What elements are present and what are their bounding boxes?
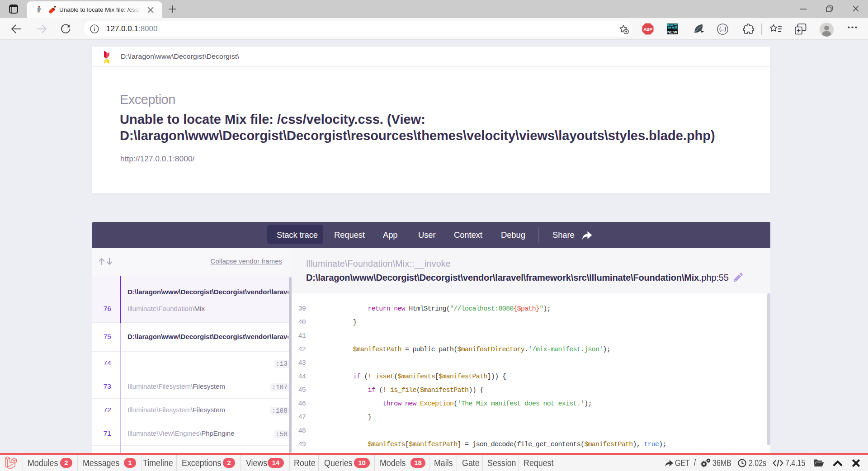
svg-text:ABP: ABP [643,27,652,32]
svg-text:NEW: NEW [667,29,677,34]
